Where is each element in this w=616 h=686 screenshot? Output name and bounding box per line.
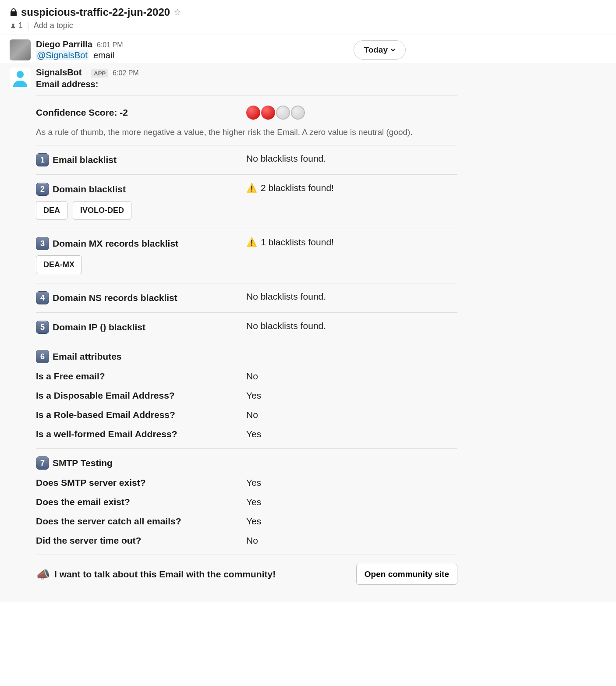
- grey-circle-icon: [291, 106, 305, 120]
- number-badge: 5: [36, 321, 49, 334]
- lock-icon: [10, 8, 18, 17]
- item-title: Email blacklist: [53, 155, 117, 165]
- item-title: Email attributes: [53, 351, 122, 362]
- number-badge: 2: [36, 183, 49, 196]
- blacklist-chips: DEA-MX: [36, 255, 457, 283]
- member-count: 1: [18, 21, 23, 30]
- person-icon: [11, 69, 29, 87]
- warning-icon: ⚠️: [246, 183, 257, 193]
- attr-row: Is a Disposable Email Address? Yes: [36, 386, 457, 405]
- bot-message: SignalsBot · APP 6:02 PM Email address: …: [0, 63, 616, 602]
- blacklist-chip[interactable]: DEA-MX: [36, 255, 82, 274]
- report-item-email-attributes: 6 Email attributes: [36, 342, 457, 367]
- blacklist-chip[interactable]: IVOLO-DED: [73, 201, 131, 220]
- today-button[interactable]: Today: [354, 40, 406, 60]
- attr-value: Yes: [246, 516, 261, 527]
- message-list: Diego Parrilla 6:01 PM @SignalsBot email…: [0, 35, 616, 602]
- avatar[interactable]: [10, 39, 31, 60]
- report-item-domain-ip-blacklist: 5 Domain IP () blacklist No blacklists f…: [36, 313, 457, 342]
- members-icon[interactable]: 1: [10, 21, 23, 30]
- item-title: Domain blacklist: [53, 184, 126, 194]
- mention[interactable]: @SignalsBot: [36, 50, 89, 60]
- channel-header: suspicious-traffic-22-jun-2020 1 | Add a…: [0, 0, 616, 35]
- attr-row: Does the email exist? Yes: [36, 492, 457, 512]
- attr-label: Did the server time out?: [36, 535, 246, 546]
- red-circle-icon: [246, 106, 260, 120]
- email-report: Confidence Score: -2 As a rule of thumb,…: [36, 95, 457, 589]
- attr-label: Is a Free email?: [36, 371, 246, 382]
- warning-icon: ⚠️: [246, 237, 257, 248]
- community-text: I want to talk about this Email with the…: [54, 569, 276, 580]
- item-status: 1 blacklists found!: [261, 237, 334, 248]
- message-time: 6:01 PM: [97, 41, 123, 49]
- attr-label: Is a Disposable Email Address?: [36, 390, 246, 401]
- attr-row: Does the server catch all emails? Yes: [36, 512, 457, 531]
- grey-circle-icon: [276, 106, 290, 120]
- bot-avatar[interactable]: [10, 67, 31, 88]
- number-badge: 1: [36, 153, 49, 166]
- item-title: Domain IP () blacklist: [53, 322, 145, 332]
- community-row: 📣 I want to talk about this Email with t…: [36, 555, 457, 589]
- red-circle-icon: [261, 106, 275, 120]
- svg-point-0: [17, 71, 24, 78]
- attr-row: Is a Free email? No: [36, 367, 457, 386]
- attr-value: No: [246, 410, 258, 420]
- score-rule-text: As a rule of thumb, the more negative a …: [36, 123, 457, 145]
- author-name[interactable]: Diego Parrilla: [36, 39, 92, 50]
- item-status: 2 blacklists found!: [261, 183, 334, 193]
- divider: |: [27, 21, 29, 30]
- item-title: SMTP Testing: [53, 458, 113, 468]
- blacklist-chip[interactable]: DEA: [36, 201, 67, 220]
- star-icon[interactable]: [173, 8, 181, 16]
- score-indicator: [246, 106, 306, 120]
- attr-value: Yes: [246, 390, 261, 401]
- number-badge: 7: [36, 456, 49, 470]
- megaphone-icon: 📣: [36, 568, 50, 581]
- blacklist-chips: DEA IVOLO-DED: [36, 201, 457, 229]
- report-item-email-blacklist: 1 Email blacklist No blacklists found.: [36, 145, 457, 174]
- attr-value: Yes: [246, 497, 261, 507]
- report-item-domain-blacklist: 2 Domain blacklist ⚠️ 2 blacklists found…: [36, 175, 457, 201]
- attr-label: Is a well-formed Email Address?: [36, 429, 246, 439]
- message: Diego Parrilla 6:01 PM @SignalsBot email…: [0, 35, 616, 63]
- attr-row: Does SMTP server exist? Yes: [36, 473, 457, 492]
- open-community-button[interactable]: Open community site: [356, 564, 457, 585]
- confidence-score: Confidence Score: -2: [36, 107, 246, 118]
- attr-row: Is a well-formed Email Address? Yes: [36, 424, 457, 448]
- attr-value: No: [246, 371, 258, 382]
- attr-row: Is a Role-based Email Address? No: [36, 405, 457, 424]
- attr-label: Is a Role-based Email Address?: [36, 410, 246, 420]
- dot: ·: [86, 70, 88, 77]
- number-badge: 3: [36, 237, 49, 250]
- attr-label: Does the email exist?: [36, 497, 246, 507]
- channel-name[interactable]: suspicious-traffic-22-jun-2020: [21, 6, 170, 18]
- chevron-down-icon: [390, 47, 396, 53]
- attr-value: No: [246, 535, 258, 546]
- message-time: 6:02 PM: [113, 69, 139, 77]
- attr-row: Did the server time out? No: [36, 531, 457, 555]
- attr-label: Does SMTP server exist?: [36, 477, 246, 488]
- author-name[interactable]: SignalsBot: [36, 67, 81, 78]
- message-command: email: [93, 50, 114, 60]
- add-topic-link[interactable]: Add a topic: [34, 21, 73, 30]
- report-item-domain-mx-blacklist: 3 Domain MX records blacklist ⚠️ 1 black…: [36, 229, 457, 255]
- item-title: Domain MX records blacklist: [53, 238, 178, 249]
- report-item-domain-ns-blacklist: 4 Domain NS records blacklist No blackli…: [36, 283, 457, 312]
- item-title: Domain NS records blacklist: [53, 293, 177, 303]
- number-badge: 4: [36, 291, 49, 304]
- email-address-label: Email address:: [36, 79, 606, 89]
- item-status: No blacklists found.: [246, 291, 326, 302]
- report-item-smtp-testing: 7 SMTP Testing: [36, 449, 457, 473]
- number-badge: 6: [36, 350, 49, 363]
- attr-label: Does the server catch all emails?: [36, 516, 246, 527]
- confidence-score-row: Confidence Score: -2: [36, 96, 457, 123]
- message-text: @SignalsBot email: [36, 50, 606, 60]
- app-badge: APP: [91, 69, 108, 78]
- item-status: No blacklists found.: [246, 321, 326, 331]
- today-label: Today: [364, 45, 388, 55]
- attr-value: Yes: [246, 429, 261, 439]
- attr-value: Yes: [246, 477, 261, 488]
- item-status: No blacklists found.: [246, 153, 326, 164]
